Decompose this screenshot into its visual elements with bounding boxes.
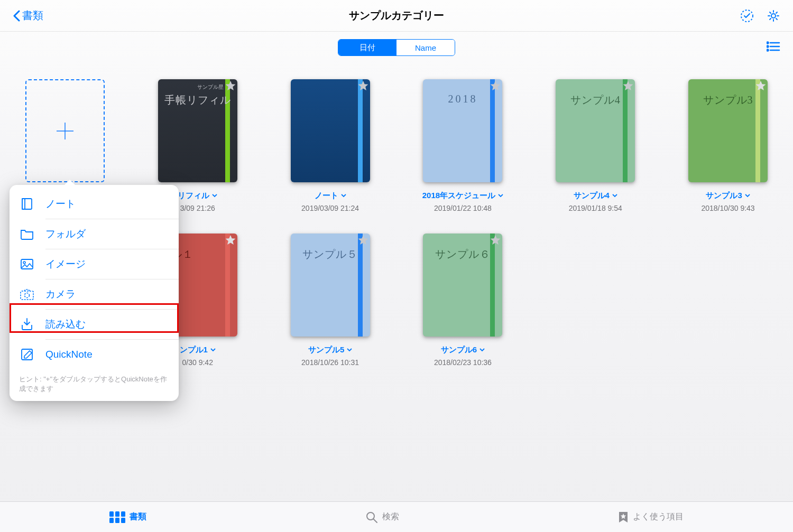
page-title: サンプルカテゴリー [349,8,444,23]
note-cell: サンプル６ サンプル6 2018/02/23 10:36 [413,234,512,367]
cover-text: 手帳リフィル [158,93,237,107]
note-cell: サンプル3 サンプル3 2018/10/30 9:43 [679,79,777,212]
note-cover[interactable] [291,79,370,182]
plus-icon [53,119,77,143]
camera-icon [20,288,34,301]
note-title[interactable]: サンプル4 [574,191,617,201]
header: 書類 サンプルカテゴリー [0,0,793,32]
back-button[interactable]: 書類 [13,8,43,23]
svg-point-13 [23,262,25,264]
svg-point-6 [767,46,769,48]
popover-item-label: 読み込む [45,318,86,331]
note-cover[interactable]: 2018 [423,79,502,182]
popover-item-image[interactable]: イメージ [10,249,179,279]
chevron-down-icon [480,348,485,352]
note-title[interactable]: ンプル1 [180,345,216,355]
popover-item-label: ノート [45,197,76,211]
documents-icon [109,511,125,523]
cover-text: サンプル4 [556,93,635,107]
search-icon [365,511,378,524]
gear-icon[interactable] [767,9,780,23]
note-cell: サンプル4 サンプル4 2019/01/18 9:54 [546,79,644,212]
popover-item-import[interactable]: 読み込む [10,310,179,339]
svg-point-1 [771,14,776,18]
popover-item-note[interactable]: ノート [10,189,179,219]
note-title[interactable]: リフィル [178,191,217,201]
chevron-down-icon [612,194,617,198]
note-title[interactable]: サンプル6 [441,345,485,355]
cover-text: サンプル3 [688,93,768,107]
note-date: 2018/10/30 9:43 [701,204,754,212]
cover-text: 2018 [423,93,502,105]
svg-rect-21 [115,518,119,523]
svg-rect-22 [121,518,125,523]
popover-item-label: QuickNote [45,349,93,360]
svg-rect-12 [21,259,33,269]
folder-icon [20,228,34,240]
chevron-down-icon [212,194,217,198]
note-cover[interactable]: サンプル星 手帳リフィル [158,79,237,182]
note-cover[interactable]: サンプル4 [556,79,635,182]
note-date: 0/30 9:42 [182,358,213,367]
svg-rect-14 [21,291,33,300]
svg-rect-17 [109,511,114,517]
tab-label: 検索 [382,511,399,522]
star-icon [490,80,501,92]
popover-item-folder[interactable]: フォルダ [10,219,179,249]
bookmark-star-icon [618,511,629,524]
svg-point-15 [25,293,30,298]
popover-item-label: フォルダ [45,227,86,241]
note-title[interactable]: ノート [315,191,346,201]
note-cover[interactable]: サンプル６ [423,234,502,337]
sort-segmented-control: 日付 Name [338,39,455,56]
cover-text: サンプル５ [291,247,370,262]
note-date: 2018/02/23 10:36 [434,358,492,367]
sort-by-date[interactable]: 日付 [338,40,396,55]
note-date: 2019/03/09 21:24 [301,204,359,212]
note-cell: 2018 2018年スケジュール 2019/01/22 10:48 [413,79,512,212]
import-icon [21,318,33,331]
popover-item-camera[interactable]: カメラ [10,279,179,309]
tab-search[interactable]: 検索 [365,511,399,524]
popover-item-label: イメージ [45,257,86,271]
star-icon [225,80,236,92]
chevron-down-icon [745,194,750,198]
note-cell: サンプル５ サンプル5 2018/10/26 10:31 [281,234,380,367]
list-view-toggle[interactable] [767,41,780,54]
svg-rect-18 [115,511,119,517]
new-note-popover: ノート フォルダ イメージ カメラ 読み込む QuickNote ヒント: "+… [10,185,179,401]
star-icon [622,80,634,92]
star-icon [357,80,369,92]
cover-scribble: サンプル星 [197,83,224,91]
sort-by-name[interactable]: Name [396,40,455,55]
note-cover[interactable]: サンプル3 [688,79,768,182]
svg-point-5 [767,42,769,44]
note-title[interactable]: サンプル5 [308,345,352,355]
note-icon [20,197,34,211]
quicknote-icon [20,348,34,361]
tab-favorites[interactable]: よく使う項目 [618,511,684,524]
tab-label: 書類 [130,511,146,522]
back-label: 書類 [22,8,43,23]
tab-documents[interactable]: 書類 [109,511,146,523]
svg-line-24 [373,519,377,522]
note-title[interactable]: 2018年スケジュール [422,191,503,201]
new-note-button[interactable] [25,79,105,182]
tab-bar: 書類 検索 よく使う項目 [0,501,793,532]
note-date: 2019/01/18 9:54 [569,204,622,212]
list-icon [767,41,780,52]
chevron-left-icon [13,10,20,22]
svg-rect-10 [22,199,32,209]
chevron-down-icon [210,348,216,352]
chevron-down-icon [341,194,346,198]
star-icon [357,235,369,246]
note-title[interactable]: サンプル3 [706,191,750,201]
chevron-down-icon [498,194,503,198]
cover-text: サンプル６ [423,247,502,262]
star-icon [755,80,767,92]
note-cover[interactable]: サンプル５ [291,234,370,337]
svg-rect-20 [109,518,114,523]
chevron-down-icon [347,348,352,352]
check-circle-icon[interactable] [740,9,754,23]
popover-item-quicknote[interactable]: QuickNote [10,340,179,369]
